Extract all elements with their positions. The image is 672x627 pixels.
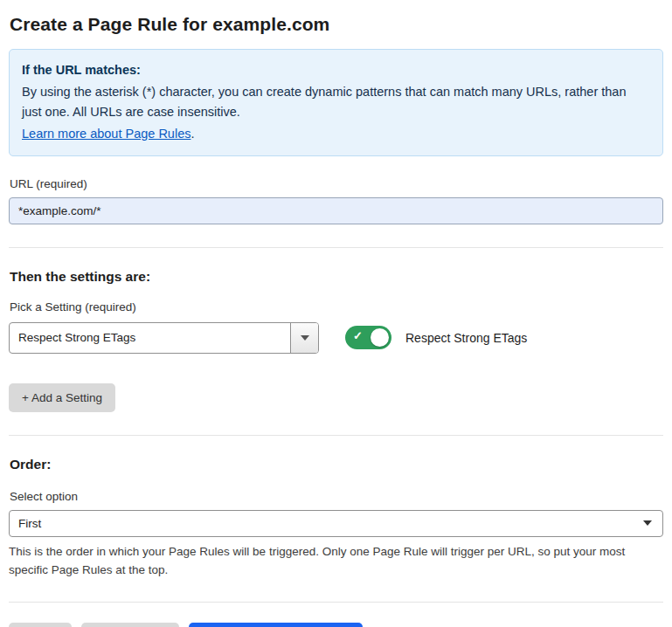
- save-draft-button[interactable]: Save as Draft: [81, 623, 179, 627]
- cancel-button[interactable]: Cancel: [9, 623, 72, 627]
- divider: [9, 435, 663, 436]
- info-heading: If the URL matches:: [22, 60, 650, 80]
- order-select[interactable]: First: [9, 510, 663, 537]
- add-setting-button[interactable]: + Add a Setting: [9, 383, 115, 412]
- link-suffix: .: [191, 127, 194, 141]
- page-title: Create a Page Rule for example.com: [10, 14, 663, 35]
- url-match-info-box: If the URL matches: By using the asteris…: [9, 49, 663, 156]
- check-icon: ✓: [353, 329, 363, 342]
- divider: [9, 602, 663, 603]
- setting-row: Respect Strong ETags ✓ Respect Strong ET…: [9, 322, 663, 354]
- order-select-value: First: [18, 511, 643, 536]
- footer-actions: Cancel Save as Draft Save and Deploy Pag…: [9, 623, 663, 627]
- caret-down-icon: [643, 520, 652, 526]
- order-help: This is the order in which your Page Rul…: [9, 543, 660, 580]
- order-heading: Order:: [10, 457, 663, 472]
- settings-heading: Then the settings are:: [10, 269, 663, 285]
- url-input[interactable]: [9, 197, 663, 224]
- toggle-knob: [371, 328, 389, 347]
- order-label: Select option: [10, 490, 663, 503]
- pick-setting-label: Pick a Setting (required): [10, 300, 663, 314]
- divider: [9, 247, 663, 248]
- page-rule-form: Create a Page Rule for example.com If th…: [0, 0, 672, 627]
- info-body: By using the asterisk (*) character, you…: [22, 82, 638, 122]
- setting-select-button[interactable]: [290, 323, 318, 353]
- toggle-label: Respect Strong ETags: [405, 331, 527, 345]
- info-link-line: Learn more about Page Rules.: [22, 124, 650, 144]
- save-deploy-button[interactable]: Save and Deploy Page Rule: [189, 623, 364, 627]
- setting-select[interactable]: Respect Strong ETags: [9, 322, 319, 354]
- setting-select-value: Respect Strong ETags: [10, 323, 290, 353]
- caret-down-icon: [301, 335, 309, 341]
- url-label: URL (required): [10, 177, 663, 190]
- page-rules-link[interactable]: Learn more about Page Rules: [22, 127, 191, 141]
- etag-toggle[interactable]: ✓: [345, 326, 391, 349]
